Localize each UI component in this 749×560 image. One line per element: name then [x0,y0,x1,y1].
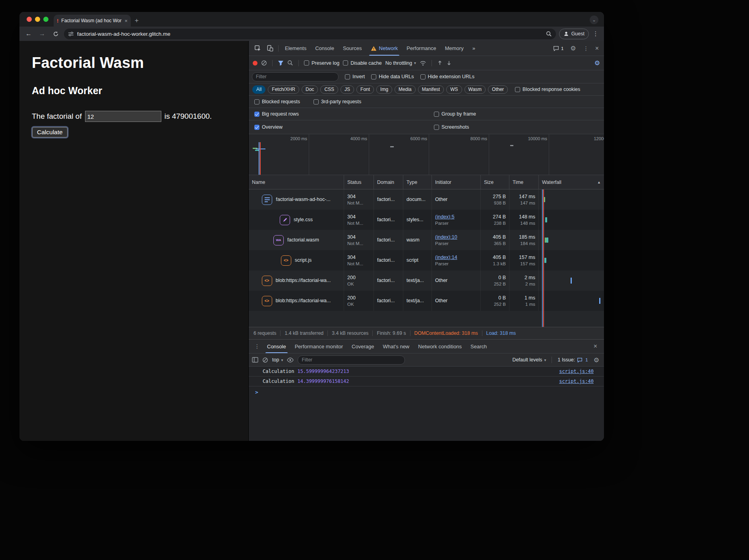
devtools-settings-icon[interactable]: ⚙ [567,44,579,52]
filter-pill-media[interactable]: Media [395,85,416,94]
inspect-element-icon[interactable] [252,45,263,52]
drawer-close-icon[interactable]: × [590,343,601,350]
forward-button[interactable]: → [37,29,47,39]
record-icon[interactable] [253,61,257,66]
table-row[interactable]: <>script.js 304Not M... factori... scrip… [249,250,604,270]
drawer-tab-whats-new[interactable]: What's new [379,340,413,353]
drawer-tab-performance-monitor[interactable]: Performance monitor [291,340,347,353]
live-expression-eye-icon[interactable] [287,357,294,363]
filter-icon[interactable] [278,60,284,66]
header-time[interactable]: Time [509,175,539,189]
console-sidebar-icon[interactable] [252,357,258,363]
tab-memory[interactable]: Memory [441,41,468,56]
drawer-tab-search[interactable]: Search [466,340,491,353]
calculate-button[interactable]: Calculate [32,127,68,137]
console-filter-input[interactable] [298,355,405,365]
drawer-tab-console[interactable]: Console [263,340,290,353]
drawer-tab-coverage[interactable]: Coverage [348,340,378,353]
devtools-menu-icon[interactable]: ⋮ [581,45,592,52]
tab-search-button[interactable]: ⌄ [590,15,598,24]
tab-console[interactable]: Console [311,41,338,56]
header-status[interactable]: Status [344,175,374,189]
network-settings-icon[interactable]: ⚙ [594,59,600,67]
issues-link[interactable]: 1 Issue: 1 [557,357,588,363]
table-row[interactable]: factorial-wasm-ad-hoc-... 304Not M... fa… [249,189,604,210]
filter-pill-all[interactable]: All [252,85,265,94]
filter-pill-fetch[interactable]: Fetch/XHR [268,85,299,94]
browser-tab[interactable]: ! Factorial Wasm (ad hoc Worl × [54,15,131,27]
third-party-requests-checkbox[interactable]: 3rd-party requests [314,99,361,104]
header-domain[interactable]: Domain [374,175,403,189]
network-filter-input[interactable] [252,72,339,81]
hide-data-urls-checkbox[interactable]: Hide data URLs [371,74,414,79]
network-overview-timeline[interactable]: 2000 ms 4000 ms 6000 ms 8000 ms 10000 ms… [249,134,604,175]
filter-pill-js[interactable]: JS [341,85,354,94]
header-initiator[interactable]: Initiator [432,175,481,189]
network-conditions-icon[interactable] [420,60,426,66]
table-row[interactable]: <>blob:https://factorial-wa... 200OK fac… [249,291,604,311]
header-type[interactable]: Type [403,175,432,189]
console-settings-icon[interactable]: ⚙ [592,356,601,364]
source-link[interactable]: script.js:40 [559,378,594,384]
filter-pill-other[interactable]: Other [488,85,508,94]
filter-pill-img[interactable]: Img [376,85,392,94]
screenshots-checkbox[interactable]: Screenshots [434,124,469,130]
tab-performance[interactable]: Performance [403,41,440,56]
big-request-rows-checkbox[interactable]: Big request rows [254,111,299,117]
header-waterfall[interactable]: Waterfall▲ [539,175,604,189]
tab-sources[interactable]: Sources [339,41,366,56]
initiator-link[interactable]: (index):5 [435,214,477,220]
clear-icon[interactable] [261,60,267,66]
group-by-frame-checkbox[interactable]: Group by frame [434,111,476,117]
fullscreen-window-button[interactable] [43,17,48,22]
clear-console-icon[interactable] [262,357,268,363]
factorial-input[interactable] [85,111,161,122]
overview-checkbox[interactable]: Overview [254,124,283,130]
console-prompt[interactable]: > [249,386,604,395]
table-row[interactable]: <>blob:https://factorial-wa... 200OK fac… [249,270,604,291]
tab-close-icon[interactable]: × [124,18,128,24]
issues-counter[interactable]: 1 [551,46,566,51]
blocked-response-cookies-checkbox[interactable]: Blocked response cookies [515,87,580,92]
header-name[interactable]: Name [249,175,344,189]
blocked-requests-checkbox[interactable]: Blocked requests [254,99,300,104]
filter-pill-css[interactable]: CSS [320,85,338,94]
invert-checkbox[interactable]: Invert [345,74,365,79]
filter-pill-doc[interactable]: Doc [302,85,318,94]
reload-button[interactable] [50,29,61,39]
source-link[interactable]: script.js:40 [559,369,594,374]
filter-pill-wasm[interactable]: Wasm [464,85,486,94]
site-settings-icon[interactable] [68,31,74,37]
disable-cache-checkbox[interactable]: Disable cache [343,60,382,66]
table-row[interactable]: WAfactorial.wasm 304Not M... factori... … [249,230,604,250]
hide-extension-urls-checkbox[interactable]: Hide extension URLs [420,74,474,79]
import-har-icon[interactable] [437,60,443,66]
drawer-tab-network-conditions[interactable]: Network conditions [414,340,466,353]
profile-chip[interactable]: Guest [559,29,589,39]
zoom-icon[interactable] [546,31,552,37]
table-row[interactable]: style.css 304Not M... factori... styles.… [249,210,604,230]
devtools-close-icon[interactable]: × [592,45,602,52]
back-button[interactable]: ← [23,29,34,39]
filter-pill-manifest[interactable]: Manifest [418,85,444,94]
throttling-select[interactable]: No throttling▾ [385,60,416,66]
more-tabs-button[interactable]: » [468,41,479,56]
device-toolbar-icon[interactable] [264,45,276,52]
initiator-link[interactable]: (index):10 [435,234,477,241]
close-window-button[interactable] [27,17,32,22]
log-levels-select[interactable]: Default levels▾ [512,357,546,363]
preserve-log-checkbox[interactable]: Preserve log [304,60,339,66]
browser-menu-button[interactable]: ⋮ [592,30,599,37]
minimize-window-button[interactable] [35,17,40,22]
filter-pill-font[interactable]: Font [356,85,374,94]
tab-network[interactable]: Network [367,41,402,56]
header-size[interactable]: Size [481,175,509,189]
filter-pill-ws[interactable]: WS [446,85,462,94]
execution-context-select[interactable]: top▾ [272,357,283,363]
address-bar[interactable]: factorial-wasm-ad-hoc-worker.glitch.me [64,29,556,39]
new-tab-button[interactable]: + [135,17,139,25]
drawer-menu-icon[interactable]: ⋮ [252,343,262,350]
export-har-icon[interactable] [446,60,452,66]
search-icon[interactable] [287,60,293,66]
initiator-link[interactable]: (index):14 [435,254,477,261]
